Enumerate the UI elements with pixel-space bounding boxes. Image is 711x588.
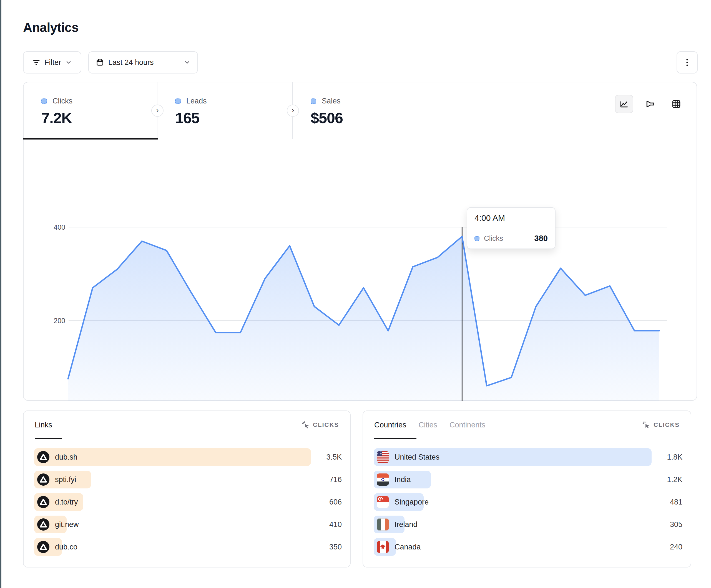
ca-flag-icon xyxy=(377,541,389,553)
next-step-chevron-button[interactable]: › xyxy=(151,105,164,117)
country-clicks-value: 1.2K xyxy=(667,475,683,484)
tab-sales[interactable]: Sales $506 xyxy=(293,82,696,139)
more-options-button[interactable] xyxy=(676,51,698,73)
country-row[interactable]: India1.2K xyxy=(374,471,683,489)
country-label: Singapore xyxy=(394,498,429,506)
stat-value: 7.2K xyxy=(41,109,157,127)
leads-legend-square-icon xyxy=(175,98,181,104)
country-clicks-value: 481 xyxy=(670,498,683,506)
link-label: dub.co xyxy=(55,543,78,551)
chevron-down-icon xyxy=(184,59,190,65)
date-range-label: Last 24 hours xyxy=(108,58,154,67)
link-row[interactable]: dub.co350 xyxy=(34,538,342,556)
analytics-card: Clicks 7.2K Leads 165 Sales $506 xyxy=(23,82,697,401)
in-flag-icon xyxy=(377,473,389,485)
country-row[interactable]: Canada240 xyxy=(374,538,683,556)
countries-list: United States1.8KIndia1.2KSingapore481Ir… xyxy=(363,439,691,556)
table-grid-icon xyxy=(672,99,681,109)
link-clicks-value: 716 xyxy=(329,475,342,484)
funnel-view-button[interactable] xyxy=(641,95,659,113)
dub-favicon-icon xyxy=(37,473,49,485)
tooltip-series-label: Clicks xyxy=(484,234,530,243)
chevron-down-icon xyxy=(66,59,72,65)
next-step-chevron-button[interactable]: › xyxy=(287,105,299,117)
country-clicks-value: 1.8K xyxy=(667,453,683,461)
kebab-menu-icon xyxy=(684,58,691,67)
stat-label: Clicks xyxy=(52,97,72,106)
dub-favicon-icon xyxy=(37,518,49,530)
stat-label: Leads xyxy=(186,97,207,106)
tooltip-value: 380 xyxy=(534,234,548,243)
link-label: git.new xyxy=(55,520,79,529)
country-clicks-value: 240 xyxy=(670,543,683,551)
link-label: spti.fyi xyxy=(55,475,76,484)
country-row[interactable]: Ireland305 xyxy=(374,516,683,533)
link-clicks-value: 410 xyxy=(329,520,342,529)
chart-view-toggles xyxy=(615,95,686,113)
links-metric-chip[interactable]: CLICKS xyxy=(302,421,339,429)
stat-value: 165 xyxy=(175,109,292,127)
country-row[interactable]: Singapore481 xyxy=(374,493,683,511)
tooltip-time: 4:00 AM xyxy=(467,208,555,228)
tab-links[interactable]: Links xyxy=(35,411,52,439)
clicks-area-chart[interactable]: 02004004:00 PM8:00 PM12:00 AM4:00 AM8:00… xyxy=(24,139,698,401)
calendar-icon xyxy=(96,59,104,66)
country-label: Ireland xyxy=(394,520,417,529)
line-chart-icon xyxy=(619,99,629,109)
dub-favicon-icon xyxy=(37,451,49,463)
tooltip-legend-square-icon xyxy=(474,236,479,241)
link-row[interactable]: d.to/try606 xyxy=(34,493,342,511)
link-row[interactable]: git.new410 xyxy=(34,516,342,533)
chart-tooltip: 4:00 AM Clicks 380 xyxy=(467,207,556,249)
page-title: Analytics xyxy=(23,20,79,35)
funnel-icon xyxy=(645,99,655,109)
sg-flag-icon xyxy=(377,496,389,508)
svg-text:400: 400 xyxy=(53,223,65,231)
countries-panel: Countries Cities Continents CLICKS Unite… xyxy=(363,410,691,567)
tab-cities[interactable]: Cities xyxy=(419,411,437,439)
country-label: Canada xyxy=(394,543,421,551)
link-clicks-value: 350 xyxy=(329,543,342,551)
country-row[interactable]: United States1.8K xyxy=(374,448,683,466)
link-row[interactable]: dub.sh3.5K xyxy=(34,448,342,466)
link-row[interactable]: spti.fyi716 xyxy=(34,471,342,489)
metric-label: CLICKS xyxy=(313,421,339,429)
us-flag-icon xyxy=(377,451,389,463)
dub-favicon-icon xyxy=(37,496,49,508)
sales-legend-square-icon xyxy=(311,98,316,104)
table-view-button[interactable] xyxy=(667,95,686,113)
left-edge-strip xyxy=(0,0,1,588)
tab-clicks[interactable]: Clicks 7.2K xyxy=(24,82,157,139)
country-label: India xyxy=(394,475,411,484)
cursor-click-icon xyxy=(302,421,309,429)
metric-label: CLICKS xyxy=(653,421,680,429)
link-clicks-value: 606 xyxy=(329,498,342,506)
filter-button[interactable]: Filter xyxy=(23,51,81,73)
link-label: dub.sh xyxy=(55,453,78,461)
dub-favicon-icon xyxy=(37,541,49,553)
analytics-page: Analytics Filter Last 24 hours xyxy=(0,0,711,588)
clicks-legend-square-icon xyxy=(41,98,47,104)
link-clicks-value: 3.5K xyxy=(326,453,342,461)
link-label: d.to/try xyxy=(55,498,78,506)
filter-button-label: Filter xyxy=(44,58,61,67)
svg-text:200: 200 xyxy=(53,317,65,324)
tab-continents[interactable]: Continents xyxy=(450,411,485,439)
stats-tab-row: Clicks 7.2K Leads 165 Sales $506 xyxy=(24,82,696,139)
links-list: dub.sh3.5Kspti.fyi716d.to/try606git.new4… xyxy=(24,439,350,556)
date-range-button[interactable]: Last 24 hours xyxy=(88,51,198,73)
tab-leads[interactable]: Leads 165 xyxy=(157,82,293,139)
filter-icon xyxy=(33,59,40,66)
line-chart-view-button[interactable] xyxy=(615,95,633,113)
tab-countries[interactable]: Countries xyxy=(374,411,406,439)
links-panel: Links CLICKS dub.sh3.5Kspti.fyi716d.to/t… xyxy=(23,410,351,567)
cursor-click-icon xyxy=(642,421,650,429)
country-label: United States xyxy=(394,453,439,461)
country-clicks-value: 305 xyxy=(670,520,683,529)
stat-label: Sales xyxy=(322,97,341,106)
ie-flag-icon xyxy=(377,518,389,530)
chart-canvas: 02004004:00 PM8:00 PM12:00 AM4:00 AM8:00… xyxy=(24,139,698,401)
countries-metric-chip[interactable]: CLICKS xyxy=(642,421,680,429)
